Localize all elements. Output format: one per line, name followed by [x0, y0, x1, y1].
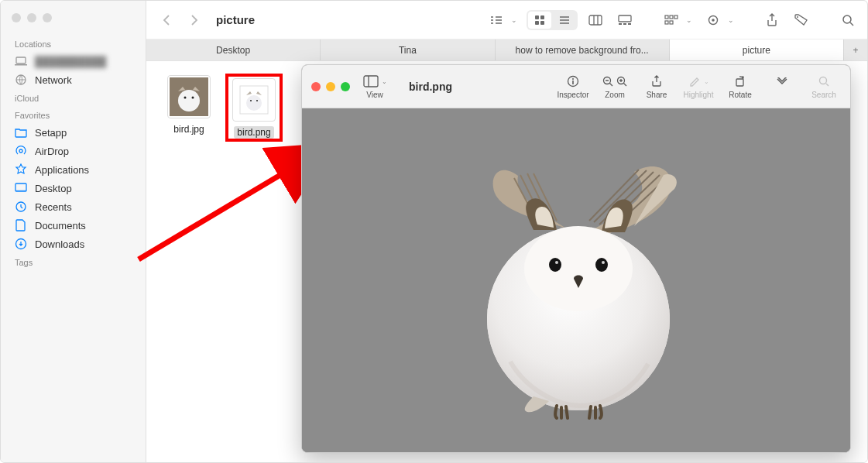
- back-button[interactable]: [156, 9, 177, 31]
- tab-picture[interactable]: picture: [670, 39, 844, 60]
- tags-button[interactable]: [790, 11, 813, 29]
- file-name: bird.jpg: [170, 123, 207, 135]
- sidebar-item-computer[interactable]: ██████████: [1, 52, 146, 70]
- inspector-button[interactable]: Inspector: [556, 74, 590, 99]
- laptop-icon: [15, 55, 27, 67]
- folder-icon: [15, 126, 27, 139]
- svg-point-37: [572, 78, 574, 80]
- airdrop-icon: [15, 145, 27, 157]
- tab-add-button[interactable]: +: [844, 39, 867, 60]
- zoom-dot[interactable]: [43, 13, 52, 22]
- svg-rect-10: [535, 21, 539, 25]
- gallery-view-button[interactable]: [613, 11, 636, 29]
- column-view-button[interactable]: [584, 11, 607, 29]
- zoom-buttons[interactable]: Zoom: [598, 74, 632, 99]
- svg-rect-14: [619, 23, 622, 25]
- sidebar-item-desktop[interactable]: Desktop: [1, 179, 146, 197]
- preview-toolbar: ⌄ View bird.png Inspector Zoom Share ⌄ H…: [302, 65, 850, 108]
- more-button[interactable]: [765, 74, 799, 99]
- minimize-dot[interactable]: [27, 13, 36, 22]
- svg-rect-8: [535, 15, 539, 19]
- action-button[interactable]: [702, 11, 725, 29]
- file-bird-png[interactable]: bird.png: [227, 75, 281, 140]
- close-button[interactable]: [311, 82, 321, 91]
- preview-canvas[interactable]: [302, 108, 850, 452]
- sidebar-item-recents[interactable]: Recents: [1, 197, 146, 216]
- rotate-button[interactable]: Rotate: [723, 74, 757, 99]
- sidebar-label: Applications: [35, 164, 89, 176]
- sidebar-item-downloads[interactable]: Downloads: [1, 235, 146, 253]
- svg-point-49: [602, 261, 605, 264]
- svg-point-25: [843, 15, 851, 23]
- file-thumbnail: [232, 78, 276, 122]
- svg-rect-0: [16, 57, 26, 63]
- view-menu-button[interactable]: ⌄ View: [358, 74, 392, 99]
- svg-rect-35: [364, 76, 378, 87]
- svg-rect-11: [540, 21, 544, 25]
- file-bird-jpg[interactable]: bird.jpg: [162, 75, 216, 140]
- svg-rect-41: [736, 79, 743, 86]
- svg-point-27: [178, 90, 200, 111]
- svg-line-34: [139, 151, 321, 259]
- search-button[interactable]: [836, 11, 859, 29]
- preview-window-controls[interactable]: [311, 82, 350, 91]
- arrange-button[interactable]: [660, 11, 683, 29]
- svg-point-24: [797, 16, 798, 18]
- svg-rect-18: [670, 15, 673, 19]
- share-button[interactable]: Share: [640, 74, 674, 99]
- sidebar-item-network[interactable]: Network: [1, 70, 146, 89]
- svg-rect-13: [619, 15, 631, 22]
- svg-point-29: [192, 97, 194, 99]
- forward-button[interactable]: [184, 9, 205, 31]
- clock-icon: [15, 201, 27, 213]
- file-name: bird.png: [234, 126, 273, 139]
- doc-icon: [15, 219, 27, 232]
- zoom-out-icon[interactable]: [602, 76, 613, 87]
- tab-howto[interactable]: how to remove background fro...: [496, 39, 670, 60]
- tab-desktop[interactable]: Desktop: [146, 39, 321, 60]
- close-dot[interactable]: [12, 13, 21, 22]
- section-icloud: iCloud: [1, 89, 146, 106]
- svg-point-31: [246, 95, 262, 111]
- icon-view-button[interactable]: [528, 12, 551, 29]
- list-view-button[interactable]: [553, 12, 576, 29]
- svg-point-47: [595, 258, 608, 272]
- finder-tabbar: Desktop Tina how to remove background fr…: [146, 39, 867, 61]
- sidebar-item-setapp[interactable]: Setapp: [1, 123, 146, 142]
- sidebar-label: Setapp: [35, 127, 67, 139]
- highlight-button[interactable]: ⌄ Highlight: [681, 74, 715, 99]
- svg-point-33: [256, 100, 258, 101]
- group-button[interactable]: [485, 11, 508, 29]
- zoom-button[interactable]: [341, 82, 350, 91]
- chevron-down-icon: ⌄: [728, 16, 734, 24]
- svg-rect-5: [15, 190, 26, 191]
- sidebar-item-documents[interactable]: Documents: [1, 216, 146, 235]
- window-title: picture: [216, 13, 255, 26]
- sidebar-label: ██████████: [35, 56, 106, 67]
- preview-window[interactable]: ⌄ View bird.png Inspector Zoom Share ⌄ H…: [301, 64, 851, 453]
- sidebar-label: Documents: [35, 220, 86, 232]
- svg-point-42: [820, 77, 827, 84]
- chevron-down-icon: ⌄: [511, 16, 517, 24]
- sidebar-label: Desktop: [35, 183, 72, 194]
- view-mode-segment[interactable]: [527, 10, 578, 30]
- share-button[interactable]: [760, 11, 784, 29]
- file-thumbnail: [167, 75, 211, 118]
- svg-rect-1: [15, 64, 27, 66]
- globe-icon: [15, 74, 27, 86]
- search-button[interactable]: Search: [807, 74, 841, 99]
- sidebar-item-applications[interactable]: Applications: [1, 160, 146, 179]
- window-controls[interactable]: [1, 9, 146, 35]
- minimize-button[interactable]: [326, 82, 335, 91]
- zoom-in-icon[interactable]: [616, 76, 627, 87]
- apps-icon: [15, 163, 27, 176]
- sidebar-item-airdrop[interactable]: AirDrop: [1, 142, 146, 160]
- desktop-icon: [15, 182, 27, 194]
- sidebar-label: Downloads: [35, 238, 84, 250]
- download-icon: [15, 238, 27, 250]
- svg-rect-17: [665, 15, 668, 19]
- tab-tina[interactable]: Tina: [321, 39, 495, 60]
- svg-point-45: [524, 226, 633, 311]
- svg-point-32: [250, 100, 252, 101]
- svg-point-46: [549, 258, 561, 272]
